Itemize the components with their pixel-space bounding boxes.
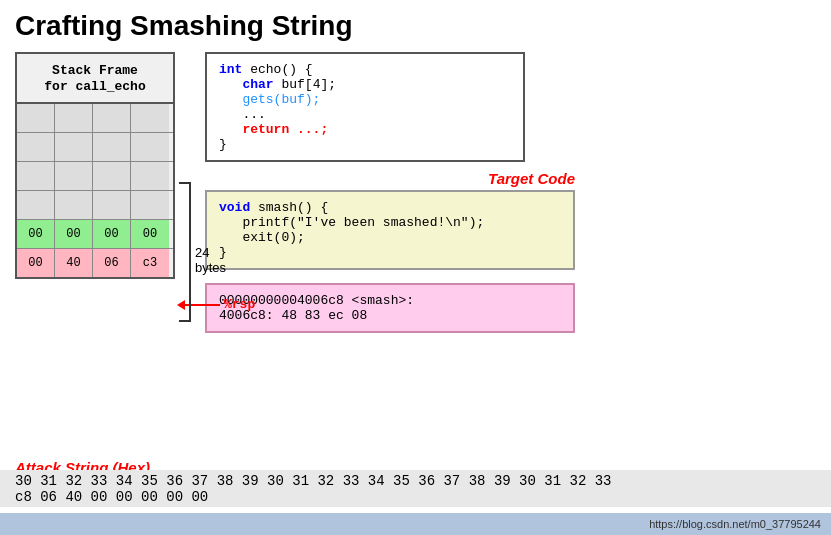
stack-cell <box>131 104 169 132</box>
right-panels: int echo() { char buf[4]; gets(buf); ...… <box>205 52 816 502</box>
code-line: ... <box>219 107 511 122</box>
stack-cell <box>55 191 93 219</box>
smash-line1: 00000000004006c8 <smash>: <box>219 293 561 308</box>
brace-24bytes <box>179 182 191 322</box>
stack-cell-green: 00 <box>131 220 169 248</box>
stack-cell <box>93 133 131 161</box>
footer-url: https://blog.csdn.net/m0_37795244 <box>649 518 821 530</box>
stack-cell <box>17 162 55 190</box>
stack-row <box>17 104 173 133</box>
stack-cell <box>55 162 93 190</box>
stack-cell <box>93 104 131 132</box>
stack-cell <box>17 191 55 219</box>
stack-cell-green: 00 <box>17 220 55 248</box>
code-line: int echo() { <box>219 62 511 77</box>
attack-hex-line1: 30 31 32 33 34 35 36 37 38 39 30 31 32 3… <box>15 473 816 489</box>
stack-cell <box>17 133 55 161</box>
stack-cell <box>131 191 169 219</box>
stack-frame-box: Stack Frame for call_echo <box>15 52 175 279</box>
target-code-label: Target Code <box>205 170 575 187</box>
attack-hex-line2: c8 06 40 00 00 00 00 00 <box>15 489 816 505</box>
stack-cell-pink: 00 <box>17 249 55 277</box>
stack-cell <box>93 191 131 219</box>
stack-cell <box>131 133 169 161</box>
stack-cell-green: 00 <box>55 220 93 248</box>
stack-cell <box>55 133 93 161</box>
page-title: Crafting Smashing String <box>0 0 831 47</box>
stack-row-green: 00 00 00 00 <box>17 220 173 249</box>
code-line: char buf[4]; <box>219 77 511 92</box>
stack-cell-green: 00 <box>93 220 131 248</box>
echo-code-box: int echo() { char buf[4]; gets(buf); ...… <box>205 52 525 162</box>
code-line: } <box>219 245 561 260</box>
code-line: return ...; <box>219 122 511 137</box>
stack-cell <box>55 104 93 132</box>
stack-row <box>17 133 173 162</box>
stack-cell-pink: c3 <box>131 249 169 277</box>
footer-bar: https://blog.csdn.net/m0_37795244 <box>0 513 831 535</box>
stack-cell <box>131 162 169 190</box>
code-line: printf("I've been smashed!\n"); <box>219 215 561 230</box>
stack-frame-section: Stack Frame for call_echo <box>15 52 175 502</box>
target-code-box: void smash() { printf("I've been smashed… <box>205 190 575 270</box>
smash-address-box: 00000000004006c8 <smash>: 4006c8: 48 83 … <box>205 283 575 333</box>
stack-cell <box>17 104 55 132</box>
code-line: void smash() { <box>219 200 561 215</box>
stack-row <box>17 162 173 191</box>
code-line: gets(buf); <box>219 92 511 107</box>
stack-cell-pink: 40 <box>55 249 93 277</box>
code-line: } <box>219 137 511 152</box>
target-code-section: Target Code void smash() { printf("I've … <box>205 170 816 270</box>
stack-cell-pink: 06 <box>93 249 131 277</box>
stack-cell <box>93 162 131 190</box>
stack-row <box>17 191 173 220</box>
rsp-label: %rsp <box>224 297 255 312</box>
code-line: exit(0); <box>219 230 561 245</box>
hex-display-area: 30 31 32 33 34 35 36 37 38 39 30 31 32 3… <box>0 470 831 507</box>
stack-row-pink: 00 40 06 c3 <box>17 249 173 277</box>
bytes-label: 24 bytes <box>195 245 226 275</box>
smash-line2: 4006c8: 48 83 ec 08 <box>219 308 561 323</box>
stack-frame-label: Stack Frame for call_echo <box>17 54 173 104</box>
